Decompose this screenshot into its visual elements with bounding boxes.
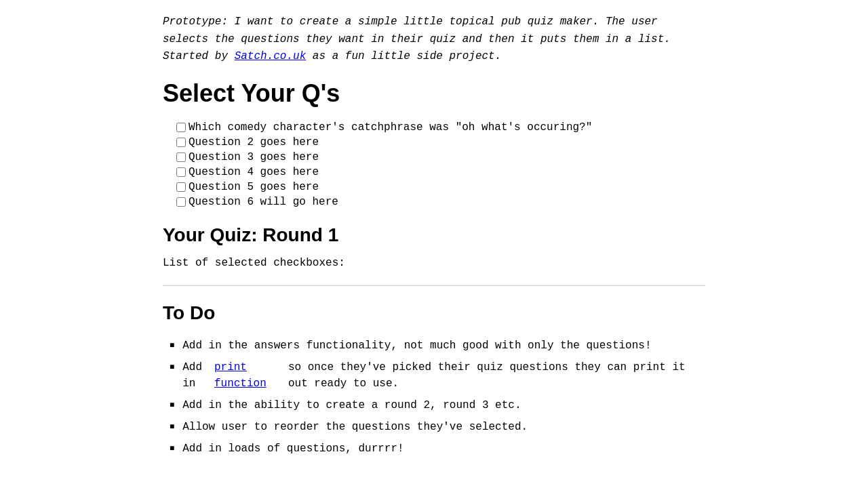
question-item: Question 5 goes here xyxy=(176,181,705,193)
question-checkbox-3[interactable] xyxy=(176,152,186,162)
question-label-1: Which comedy character's catchphrase was… xyxy=(189,121,592,134)
todo-item-text-after: so once they've picked their quiz questi… xyxy=(288,359,705,392)
todo-item: Add in loads of questions, durrrr! xyxy=(170,441,705,457)
todo-item: Add in the answers functionality, not mu… xyxy=(170,338,705,354)
todo-item: Add in the ability to create a round 2, … xyxy=(170,397,705,413)
section-divider xyxy=(163,285,705,286)
question-checkbox-5[interactable] xyxy=(176,182,186,192)
question-item: Question 2 goes here xyxy=(176,136,705,148)
todo-print-link[interactable]: print function xyxy=(214,359,288,392)
selected-list-label: List of selected checkboxes: xyxy=(163,257,705,269)
todo-item-text: Add in the answers functionality, not mu… xyxy=(182,338,651,354)
todo-item-text-before: Add in xyxy=(182,359,214,392)
todo-heading: To Do xyxy=(163,302,705,324)
todo-list: Add in the answers functionality, not mu… xyxy=(170,338,705,457)
select-heading: Select Your Q's xyxy=(163,79,705,108)
question-checkbox-4[interactable] xyxy=(176,167,186,177)
todo-item-text: Add in loads of questions, durrrr! xyxy=(182,441,403,457)
question-item: Question 6 will go here xyxy=(176,196,705,208)
intro-text-after-link: as a fun little side project. xyxy=(306,50,501,62)
intro-paragraph: Prototype: I want to create a simple lit… xyxy=(163,14,705,66)
question-item: Which comedy character's catchphrase was… xyxy=(176,121,705,134)
todo-item-text: Add in the ability to create a round 2, … xyxy=(182,397,521,413)
question-checkbox-2[interactable] xyxy=(176,138,186,147)
question-label-3: Question 3 goes here xyxy=(189,151,319,163)
question-checkbox-6[interactable] xyxy=(176,197,186,207)
question-label-2: Question 2 goes here xyxy=(189,136,319,148)
satch-link[interactable]: Satch.co.uk xyxy=(235,50,307,62)
questions-list: Which comedy character's catchphrase was… xyxy=(176,121,705,208)
todo-item: Add in print function so once they've pi… xyxy=(170,359,705,392)
question-label-6: Question 6 will go here xyxy=(189,196,338,208)
question-item: Question 3 goes here xyxy=(176,151,705,163)
question-item: Question 4 goes here xyxy=(176,166,705,178)
todo-item: Allow user to reorder the questions they… xyxy=(170,419,705,435)
quiz-heading: Your Quiz: Round 1 xyxy=(163,224,705,246)
question-label-5: Question 5 goes here xyxy=(189,181,319,193)
question-label-4: Question 4 goes here xyxy=(189,166,319,178)
todo-item-text: Allow user to reorder the questions they… xyxy=(182,419,528,435)
question-checkbox-1[interactable] xyxy=(176,123,186,132)
